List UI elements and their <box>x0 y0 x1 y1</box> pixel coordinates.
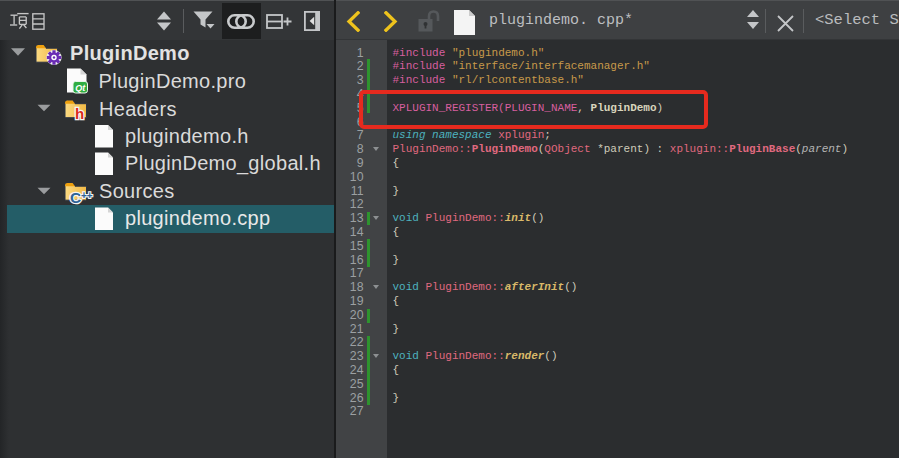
svg-text:C: C <box>70 189 81 206</box>
svg-text:h: h <box>75 105 84 122</box>
svg-text:++: ++ <box>81 190 93 201</box>
svg-text:Qt: Qt <box>75 83 86 93</box>
